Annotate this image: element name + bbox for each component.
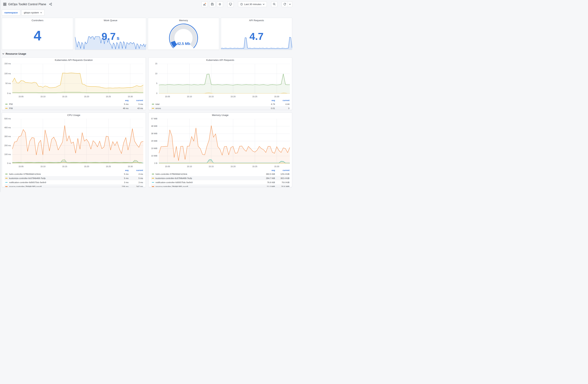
panel-cpu-usage: CPU Usage 0 ns100 ms200 ms300 ms400 ms50… [2, 112, 146, 187]
x-axis-tick: 15:10 [37, 165, 49, 168]
gear-icon: ⚙ [219, 2, 221, 6]
panel-title: Kubernetes API Requests [148, 58, 292, 62]
save-dashboard-button[interactable] [209, 1, 215, 7]
legend-row[interactable]: notification-controller-6d56575dc-5w9n93… [4, 180, 143, 184]
section-row-resource-usage[interactable]: Resource Usage [2, 52, 292, 56]
zoom-out-button[interactable] [271, 1, 277, 7]
dashboard-settings-button[interactable]: ⚙ [217, 1, 223, 7]
panel-api-requests[interactable]: API Requests 4.7 [221, 18, 292, 50]
time-range-picker[interactable]: Last 30 minutes [238, 1, 267, 7]
panel-title: CPU Usage [2, 113, 146, 117]
panel-title: Work Queue [75, 18, 146, 23]
cycle-view-mode-button[interactable] [227, 1, 234, 7]
plus-icon [205, 3, 206, 4]
refresh-interval-dropdown[interactable] [288, 1, 292, 7]
panel-memory-usage: Memory Usage 0 B10 MiB19 MiB29 MiB38 MiB… [148, 112, 292, 187]
legend-row[interactable]: notification-controller-6d56575dc-5w9n97… [151, 180, 290, 184]
y-axis-tick: 300 ms [2, 135, 11, 137]
legend-col-avg[interactable]: avg [259, 169, 275, 171]
memory-gauge: 42.5 Mb [148, 22, 219, 49]
y-axis-tick: 29 MiB [148, 140, 157, 142]
y-axis-tick: 0 ns [2, 92, 11, 94]
legend-row[interactable]: kustomize-controller-6c6784b468-7kzfp284… [151, 176, 290, 180]
y-axis-tick: 50 ms [2, 82, 11, 85]
legend-col-current[interactable]: current [275, 169, 290, 171]
x-axis-tick: 15:20 [81, 165, 92, 168]
legend-row[interactable]: source-controller-7fb84fc985-zvsz821.0 M… [151, 184, 290, 187]
x-axis-tick: 15:20 [227, 95, 239, 98]
legend-col-avg[interactable]: avg [259, 99, 275, 101]
timeseries-plot[interactable]: 0 B10 MiB19 MiB29 MiB38 MiB48 MiB57 MiB1… [148, 117, 292, 168]
y-axis-tick: 500 ms [2, 118, 11, 120]
panel-title: Kubernetes API Requests Duration [2, 58, 146, 62]
api-requests-sparkline [221, 37, 292, 50]
y-axis-tick: 5 [148, 82, 157, 85]
legend-table: avgcurrentP505 ms5 msP9948 ms43 ms [2, 98, 146, 110]
y-axis-tick: 200 ms [2, 144, 11, 147]
x-axis-tick: 15:25 [103, 95, 114, 98]
panel-title: Controllers [2, 18, 73, 23]
x-axis-tick: 15:25 [103, 165, 114, 168]
x-axis-tick: 15:05 [162, 95, 173, 98]
y-axis-tick: 10 [148, 72, 157, 75]
zoom-out-icon [273, 3, 276, 6]
series-color-dash [5, 104, 8, 105]
x-axis-tick: 15:30 [125, 95, 136, 98]
y-axis-tick: 100 ms [2, 72, 11, 75]
panel-k8s-api-requests: Kubernetes API Requests 05101515:0515:10… [148, 57, 292, 110]
legend-row[interactable]: kustomize-controller-6c6784b468-7kzfp5 m… [4, 176, 143, 180]
y-axis-tick: 400 ms [2, 127, 11, 128]
legend-row[interactable]: P9948 ms43 ms [4, 106, 143, 110]
y-axis-tick: 48 MiB [148, 125, 157, 127]
legend-col-current[interactable]: current [275, 99, 290, 101]
panel-title: Memory Usage [148, 113, 292, 117]
legend-row[interactable]: helm-controller-57f9b56bbf-k24mk5 ms4 ms [4, 172, 143, 176]
timeseries-plot[interactable]: 0 ns50 ms100 ms150 ms15:0515:1015:1515:2… [2, 62, 146, 98]
panel-memory[interactable]: Memory 42.5 Mb [148, 18, 219, 50]
timeseries-plot[interactable]: 0 ns100 ms200 ms300 ms400 ms500 ms15:051… [2, 117, 146, 168]
x-axis-tick: 15:30 [271, 95, 283, 98]
x-axis-tick: 15:20 [81, 95, 92, 98]
legend-row[interactable]: errors0.010 [151, 106, 290, 110]
legend-table: avgcurrenttotal4.744.44errors0.010 [148, 98, 292, 110]
y-axis-tick: 0 ns [2, 162, 11, 164]
legend-col-avg[interactable]: avg [113, 169, 129, 171]
controllers-stat-value: 4 [2, 29, 73, 43]
legend-row[interactable]: total4.744.44 [151, 102, 290, 106]
series-color-dash [152, 108, 154, 109]
y-axis-tick: 10 MiB [148, 155, 157, 157]
dashboard-grid-icon [3, 3, 6, 6]
add-panel-button[interactable] [201, 1, 208, 7]
timeseries-plot[interactable]: 05101515:0515:1015:1515:2015:2515:30 [148, 62, 292, 98]
legend-row[interactable]: source-controller-7fb84fc985-zvsz8236 ms… [4, 184, 143, 187]
legend-row[interactable]: helm-controller-57f9b56bbf-k24mk360.5 Ki… [151, 172, 290, 176]
y-axis-tick: 15 [148, 63, 157, 65]
series-color-dash [5, 108, 8, 109]
legend-row[interactable]: P505 ms5 ms [4, 102, 143, 106]
x-axis-tick: 15:10 [184, 95, 195, 98]
x-axis-tick: 15:30 [271, 165, 283, 168]
legend-header: avgcurrent [4, 169, 143, 172]
x-axis-tick: 15:15 [59, 165, 70, 168]
time-range-label: Last 30 minutes [244, 3, 261, 6]
series-color-dash [152, 186, 154, 187]
panel-work-queue[interactable]: Work Queue 9.7s [75, 18, 146, 50]
refresh-button[interactable] [282, 1, 288, 7]
panel-controllers[interactable]: Controllers 4 [2, 18, 73, 50]
variable-value-dropdown[interactable]: gitops-system [21, 10, 44, 16]
series-color-dash [152, 182, 154, 183]
share-icon[interactable] [49, 3, 52, 6]
series-color-dash [152, 174, 154, 174]
stat-panels-row: Controllers 4 Work Queue 9.7s Memory 42.… [2, 18, 292, 50]
refresh-icon [283, 3, 286, 6]
scrollbar-track[interactable] [0, 0, 1, 192]
legend-header: avgcurrent [151, 169, 290, 172]
chevron-down-icon [2, 53, 4, 55]
panel-title: API Requests [221, 18, 292, 23]
y-axis-tick: 19 MiB [148, 147, 157, 149]
legend-col-current[interactable]: current [129, 169, 143, 171]
series-color-dash [5, 174, 8, 174]
legend-col-current[interactable]: current [129, 99, 143, 101]
legend-col-avg[interactable]: avg [113, 99, 129, 101]
y-axis-tick: 0 B [148, 162, 157, 164]
